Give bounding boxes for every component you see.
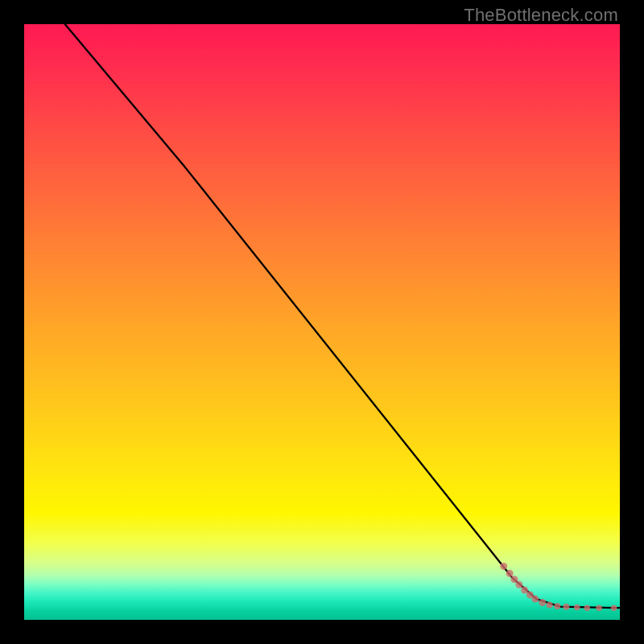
data-dot [554,603,560,609]
data-dot [531,596,539,603]
data-dot [547,602,553,609]
data-dot [563,604,569,610]
data-dot [500,563,507,570]
attribution-label: TheBottleneck.com [464,5,618,26]
data-dot [584,605,591,611]
chart-frame: TheBottleneck.com [0,0,644,644]
chart-overlay [24,24,620,620]
data-dot [515,581,522,588]
data-dot [574,605,580,611]
data-dot [506,570,514,577]
dots-group [500,563,617,611]
data-dot [611,605,617,611]
curve-line [60,19,620,609]
data-dot [539,599,546,606]
data-dot [596,605,602,611]
